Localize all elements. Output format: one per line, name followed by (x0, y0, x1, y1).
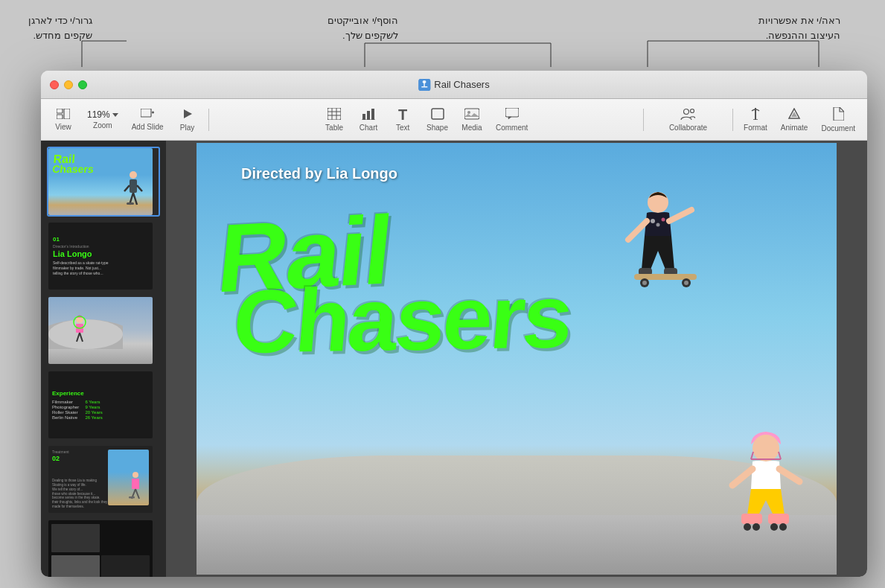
comment-button[interactable]: Comment (490, 103, 534, 136)
slide-2-thumbnail[interactable]: 2 01 Director's Introduction Lia Longo S… (47, 221, 160, 291)
shape-button[interactable]: Shape (421, 103, 454, 136)
animate-button[interactable]: Animate (775, 103, 814, 136)
shape-label: Shape (426, 124, 448, 132)
svg-point-65 (642, 281, 647, 285)
traffic-lights (50, 80, 87, 89)
slide-4-thumbnail[interactable]: 4 Experience Filmmaker6 Years Photograph… (47, 370, 160, 440)
document-label: Document (821, 124, 855, 132)
annotation-top-left: גרור/י כדי לארגן שקפים מחדש. (28, 13, 92, 42)
maximize-button[interactable] (78, 80, 87, 89)
svg-point-67 (684, 281, 688, 285)
svg-point-58 (651, 219, 655, 223)
svg-rect-14 (64, 109, 70, 119)
chart-label: Chart (360, 124, 377, 132)
svg-rect-9 (421, 86, 427, 88)
chart-button[interactable]: Chart (352, 103, 385, 136)
collaborate-button[interactable]: Collaborate (663, 103, 713, 136)
annotation-top-center: הוסף/י אובייקטים לשקפים שלך. (328, 13, 398, 42)
toolbar-separator-1 (208, 109, 209, 131)
text-button[interactable]: T Text (386, 103, 419, 136)
minimize-button[interactable] (64, 80, 73, 89)
table-icon (328, 108, 341, 122)
toolbar-separator-2 (643, 109, 644, 131)
main-stage: Directed by Lia Longo Rail Chasers (166, 141, 867, 577)
document-button[interactable]: Document (815, 103, 861, 136)
close-button[interactable] (50, 80, 59, 89)
animate-label: Animate (781, 124, 808, 132)
zoom-control[interactable]: 119% Zoom (81, 103, 124, 136)
svg-rect-15 (141, 109, 151, 117)
svg-rect-28 (432, 109, 444, 119)
add-slide-button[interactable]: Add Slide (126, 103, 170, 136)
zoom-label: Zoom (93, 121, 112, 130)
chart-icon (362, 108, 375, 122)
svg-line-42 (124, 185, 130, 191)
svg-point-70 (753, 435, 779, 461)
slide-3-thumbnail[interactable]: 3 (47, 295, 160, 365)
slide-5-thumbnail[interactable]: 5 Treatment 02 (47, 444, 160, 514)
svg-point-38 (130, 171, 137, 179)
svg-point-33 (691, 109, 694, 112)
view-label: View (55, 123, 71, 131)
slide-1-thumbnail[interactable]: 1 Rail Chasers (47, 147, 160, 217)
flying-skater (606, 180, 725, 329)
shape-icon (431, 108, 444, 122)
svg-rect-19 (328, 108, 341, 120)
add-slide-icon (141, 108, 154, 121)
view-icon (57, 108, 70, 121)
text-label: Text (396, 124, 409, 132)
svg-point-32 (684, 109, 689, 114)
media-icon (464, 108, 479, 122)
svg-line-71 (751, 452, 753, 459)
svg-line-72 (779, 452, 781, 459)
comment-icon (505, 108, 519, 122)
svg-rect-74 (741, 514, 762, 524)
graffiti-title: Rail Chasers (219, 210, 571, 355)
animate-icon (787, 108, 801, 122)
svg-rect-44 (127, 202, 134, 205)
svg-rect-39 (130, 179, 137, 193)
directed-by-text: Directed by Lia Longo (241, 165, 397, 182)
svg-line-55 (135, 489, 139, 499)
toolbar-separator-3 (732, 109, 733, 131)
svg-rect-25 (367, 111, 370, 120)
media-button[interactable]: Media (456, 103, 488, 136)
svg-point-60 (662, 218, 665, 222)
svg-point-78 (770, 523, 778, 531)
play-label: Play (180, 124, 194, 132)
current-slide: Directed by Lia Longo Rail Chasers (197, 143, 837, 575)
window-title: Rail Chasers (418, 79, 489, 91)
comment-label: Comment (496, 124, 528, 132)
format-label: Format (744, 124, 767, 132)
app-icon (418, 79, 430, 91)
svg-point-76 (753, 523, 760, 531)
svg-point-59 (656, 223, 660, 227)
table-button[interactable]: Table (318, 103, 351, 136)
view-button[interactable]: View (47, 103, 80, 136)
table-label: Table (325, 124, 343, 132)
svg-rect-31 (505, 108, 519, 117)
svg-rect-29 (464, 109, 479, 119)
svg-rect-53 (132, 479, 139, 489)
svg-line-43 (137, 185, 142, 191)
svg-marker-18 (184, 109, 192, 118)
play-button[interactable]: Play (171, 103, 204, 136)
collaborate-label: Collaborate (669, 124, 707, 132)
svg-line-41 (133, 193, 137, 205)
svg-rect-56 (129, 496, 135, 499)
slide-background: Directed by Lia Longo Rail Chasers (197, 143, 837, 575)
svg-line-80 (732, 469, 753, 485)
svg-rect-26 (371, 109, 374, 120)
svg-point-52 (132, 472, 138, 478)
format-button[interactable]: Format (738, 103, 773, 136)
title-bar: Rail Chasers (41, 71, 867, 99)
slide-6-thumbnail[interactable]: 6 (47, 519, 160, 577)
add-slide-label: Add Slide (132, 123, 164, 131)
svg-point-75 (744, 523, 751, 531)
collaborate-icon (680, 108, 695, 122)
document-icon (832, 107, 844, 123)
slide-panel[interactable]: 1 Rail Chasers (41, 141, 166, 577)
svg-point-57 (648, 192, 668, 213)
media-label: Media (461, 124, 482, 132)
svg-rect-13 (57, 115, 63, 119)
